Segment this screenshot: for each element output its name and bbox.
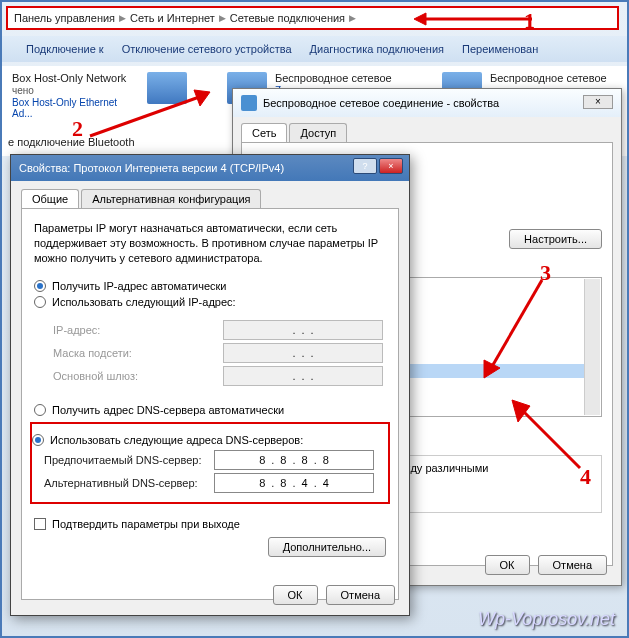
dns2-input[interactable]: 8. 8. 4. 4 bbox=[214, 473, 374, 493]
chevron-right-icon: ▶ bbox=[349, 13, 356, 23]
ipv4-properties-dialog: Свойства: Протокол Интернета версии 4 (T… bbox=[10, 154, 410, 616]
tabs: Общие Альтернативная конфигурация bbox=[11, 181, 409, 208]
annotation-number: 3 bbox=[540, 260, 551, 286]
toolbar: Подключение к Отключение сетевого устрой… bbox=[2, 36, 627, 62]
toolbar-diagnose[interactable]: Диагностика подключения bbox=[310, 43, 444, 55]
radio-auto-dns[interactable]: Получить адрес DNS-сервера автоматически bbox=[34, 404, 386, 416]
cancel-button[interactable]: Отмена bbox=[538, 555, 607, 575]
toolbar-connect[interactable]: Подключение к bbox=[26, 43, 104, 55]
advanced-button[interactable]: Дополнительно... bbox=[268, 537, 386, 557]
mask-input: ... bbox=[223, 343, 383, 363]
radio-label: Получить адрес DNS-сервера автоматически bbox=[52, 404, 284, 416]
breadcrumb-item[interactable]: Сетевые подключения bbox=[230, 12, 345, 24]
network-icon bbox=[241, 95, 257, 111]
tab-alt-config[interactable]: Альтернативная конфигурация bbox=[81, 189, 261, 208]
configure-button[interactable]: Настроить... bbox=[509, 229, 602, 249]
radio-manual-ip[interactable]: Использовать следующий IP-адрес: bbox=[34, 296, 386, 308]
checkbox-icon[interactable] bbox=[34, 518, 46, 530]
annotation-number: 4 bbox=[580, 464, 591, 490]
chevron-right-icon: ▶ bbox=[119, 13, 126, 23]
tab-general[interactable]: Общие bbox=[21, 189, 79, 208]
dns1-label: Предпочитаемый DNS-сервер: bbox=[44, 454, 214, 466]
radio-label: Использовать следующий IP-адрес: bbox=[52, 296, 236, 308]
radio-label: Использовать следующие адреса DNS-сервер… bbox=[50, 434, 303, 446]
tab-access[interactable]: Доступ bbox=[289, 123, 347, 142]
dns1-input[interactable]: 8. 8. 8. 8 bbox=[214, 450, 374, 470]
gateway-input: ... bbox=[223, 366, 383, 386]
annotation-number: 1 bbox=[524, 8, 535, 34]
network-icon bbox=[147, 72, 187, 104]
connection-name: Box Host-Only Network bbox=[12, 72, 139, 84]
close-button[interactable]: × bbox=[583, 95, 613, 109]
connection-status: чено bbox=[12, 85, 139, 96]
ok-button[interactable]: ОК bbox=[273, 585, 318, 605]
dialog-title: Беспроводное сетевое соединение - свойст… bbox=[263, 97, 499, 109]
breadcrumb-item[interactable]: Панель управления bbox=[14, 12, 115, 24]
connection-name: Беспроводное сетевое bbox=[275, 72, 392, 84]
dialog-title: Свойства: Протокол Интернета версии 4 (T… bbox=[19, 162, 284, 174]
ip-label: IP-адрес: bbox=[53, 324, 223, 336]
checkbox-label: Подтвердить параметры при выходе bbox=[52, 518, 240, 530]
cancel-button[interactable]: Отмена bbox=[326, 585, 395, 605]
toolbar-disable[interactable]: Отключение сетевого устройства bbox=[122, 43, 292, 55]
radio-label: Получить IP-адрес автоматически bbox=[52, 280, 226, 292]
gateway-label: Основной шлюз: bbox=[53, 370, 223, 382]
radio-icon[interactable] bbox=[32, 434, 44, 446]
dialog-titlebar[interactable]: Свойства: Протокол Интернета версии 4 (T… bbox=[11, 155, 409, 181]
connection-name: Беспроводное сетевое bbox=[490, 72, 607, 84]
toolbar-rename[interactable]: Переименован bbox=[462, 43, 538, 55]
radio-manual-dns[interactable]: Использовать следующие адреса DNS-сервер… bbox=[32, 434, 376, 446]
mask-label: Маска подсети: bbox=[53, 347, 223, 359]
dns-group-highlighted: Использовать следующие адреса DNS-сервер… bbox=[30, 422, 390, 504]
close-button[interactable]: × bbox=[379, 158, 403, 174]
radio-auto-ip[interactable]: Получить IP-адрес автоматически bbox=[34, 280, 386, 292]
validate-checkbox-row[interactable]: Подтвердить параметры при выходе bbox=[34, 518, 386, 530]
scrollbar[interactable] bbox=[584, 279, 600, 415]
radio-icon[interactable] bbox=[34, 280, 46, 292]
dns2-label: Альтернативный DNS-сервер: bbox=[44, 477, 214, 489]
chevron-right-icon: ▶ bbox=[219, 13, 226, 23]
ip-input: ... bbox=[223, 320, 383, 340]
tab-body: Параметры IP могут назначаться автоматич… bbox=[21, 208, 399, 600]
tab-network[interactable]: Сеть bbox=[241, 123, 287, 142]
tabs: Сеть Доступ bbox=[233, 117, 621, 142]
ok-button[interactable]: ОК bbox=[485, 555, 530, 575]
radio-icon[interactable] bbox=[34, 404, 46, 416]
description-text: Параметры IP могут назначаться автоматич… bbox=[34, 221, 386, 266]
dialog-titlebar[interactable]: Беспроводное сетевое соединение - свойст… bbox=[233, 89, 621, 117]
help-button[interactable]: ? bbox=[353, 158, 377, 174]
watermark: Wp-Voprosov.net bbox=[478, 609, 615, 630]
radio-icon[interactable] bbox=[34, 296, 46, 308]
breadcrumb-item[interactable]: Сеть и Интернет bbox=[130, 12, 215, 24]
annotation-number: 2 bbox=[72, 116, 83, 142]
